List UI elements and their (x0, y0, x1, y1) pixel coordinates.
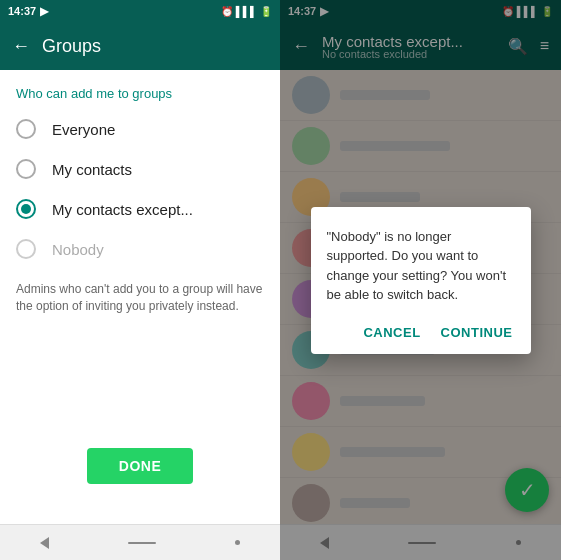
left-status-bar: 14:37 ▶ ⏰ ▌▌▌ 🔋 (0, 0, 280, 22)
radio-nobody[interactable] (16, 239, 36, 259)
radio-mycontacts-except[interactable] (16, 199, 36, 219)
done-btn-container: DONE (0, 432, 280, 500)
option-everyone[interactable]: Everyone (0, 109, 280, 149)
left-back-button[interactable]: ← (12, 36, 30, 57)
section-label: Who can add me to groups (0, 70, 280, 109)
nav-home-icon[interactable] (128, 542, 156, 544)
alarm-icon: ⏰ (221, 6, 233, 17)
left-status-time: 14:37 ▶ (8, 5, 48, 18)
dialog-message: "Nobody" is no longer supported. Do you … (327, 227, 515, 305)
left-play-icon: ▶ (40, 5, 48, 18)
dialog-cancel-button[interactable]: CANCEL (361, 321, 422, 344)
nav-back-icon[interactable] (40, 537, 49, 549)
option-nobody-label: Nobody (52, 241, 104, 258)
dialog-actions: CANCEL CONTINUE (327, 321, 515, 344)
battery-icon: 🔋 (260, 6, 272, 17)
option-mycontacts-label: My contacts (52, 161, 132, 178)
radio-everyone[interactable] (16, 119, 36, 139)
left-panel: 14:37 ▶ ⏰ ▌▌▌ 🔋 ← Groups Who can add me … (0, 0, 280, 560)
left-time: 14:37 (8, 5, 36, 17)
option-mycontacts-except-label: My contacts except... (52, 201, 193, 218)
dialog-overlay: "Nobody" is no longer supported. Do you … (280, 0, 561, 560)
hint-text: Admins who can't add you to a group will… (0, 269, 280, 327)
dialog-continue-button[interactable]: CONTINUE (439, 321, 515, 344)
option-mycontacts-except[interactable]: My contacts except... (0, 189, 280, 229)
signal-icon: ▌▌▌ (236, 6, 257, 17)
left-top-bar: ← Groups (0, 22, 280, 70)
left-page-title: Groups (42, 36, 101, 57)
dialog-box: "Nobody" is no longer supported. Do you … (311, 207, 531, 354)
option-everyone-label: Everyone (52, 121, 115, 138)
done-button[interactable]: DONE (87, 448, 193, 484)
nav-recents-icon[interactable] (235, 540, 240, 545)
option-mycontacts[interactable]: My contacts (0, 149, 280, 189)
left-status-icons: ⏰ ▌▌▌ 🔋 (221, 6, 272, 17)
right-panel: 14:37 ▶ ⏰ ▌▌▌ 🔋 ← My contacts except... … (280, 0, 561, 560)
radio-mycontacts[interactable] (16, 159, 36, 179)
left-bottom-nav (0, 524, 280, 560)
option-nobody[interactable]: Nobody (0, 229, 280, 269)
